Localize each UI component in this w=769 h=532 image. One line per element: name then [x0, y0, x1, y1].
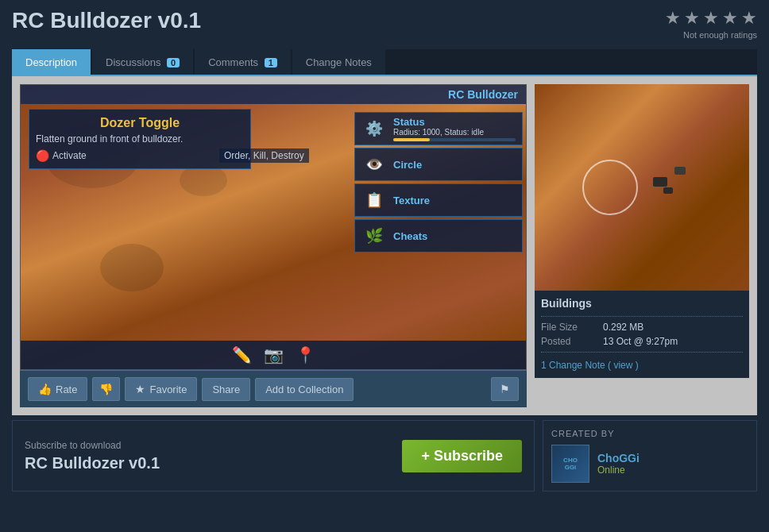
info-divider-2 [541, 352, 743, 353]
tab-comments[interactable]: Comments 1 [195, 49, 291, 75]
file-size-value: 0.292 MB [603, 322, 643, 333]
add-to-collection-button[interactable]: Add to Collection [255, 378, 354, 401]
texture-title: Texture [393, 195, 516, 206]
vehicle-dot-3 [663, 187, 673, 194]
favorite-button[interactable]: ★ Favorite [125, 377, 197, 401]
hud-status-module: ⚙️ Status Radius: 1000, Status: idle [354, 112, 523, 145]
star-2: ★ [684, 8, 700, 29]
hud-bottom-icons: ✏️ 📷 📍 [21, 341, 526, 369]
hud-location-icon[interactable]: 📍 [296, 345, 315, 364]
right-sidebar: Buildings File Size 0.292 MB Posted 13 O… [535, 84, 749, 378]
share-label: Share [212, 384, 240, 395]
dozer-panel: Dozer Toggle Flatten ground in front of … [29, 109, 251, 169]
activate-label: Activate [52, 150, 87, 161]
activate-button-area: 🔴 Activate [36, 149, 244, 162]
created-by-label: CREATED BY [551, 429, 748, 438]
hud-edit-icon[interactable]: ✏️ [232, 345, 252, 364]
thumbdown-icon: 👎 [99, 383, 113, 395]
subscribe-button[interactable]: + Subscribe [402, 440, 522, 472]
created-by-card: CREATED BY CHOGGi ChoGGi Online [543, 420, 757, 492]
star-3: ★ [703, 8, 719, 29]
star-1: ★ [665, 8, 681, 29]
vehicle-dot-1 [653, 177, 667, 187]
hud-right-panel: ⚙️ Status Radius: 1000, Status: idle [351, 109, 526, 337]
tab-description[interactable]: Description [12, 49, 91, 75]
creator-row: CHOGGi ChoGGi Online [551, 445, 748, 483]
cheats-icon: 🌿 [361, 223, 387, 249]
add-collection-label: Add to Collection [265, 384, 343, 395]
discussions-badge: 0 [167, 58, 180, 67]
sidebar-section-title: Buildings [541, 297, 743, 310]
hud-title: RC Bulldozer [448, 88, 518, 101]
texture-content: Texture [393, 195, 516, 206]
screenshot-area: RC Bulldozer Dozer Toggle Flatten ground… [20, 84, 527, 407]
dozer-description: Flatten ground in front of bulldozer. [36, 133, 244, 145]
star-icon: ★ [135, 383, 145, 395]
comments-badge: 1 [265, 58, 277, 67]
hud-cheats-module: 🌿 Cheats [354, 219, 523, 253]
hud-topbar: RC Bulldozer [21, 85, 526, 104]
file-size-label: File Size [541, 322, 597, 333]
hud-circle-module: 👁️ Circle [354, 148, 523, 181]
change-note-row: 1 Change Note ( view ) [541, 357, 743, 372]
creator-name[interactable]: ChoGGi [597, 452, 640, 465]
flag-button[interactable]: ⚑ [491, 377, 519, 401]
subscribe-card: Subscribe to download RC Bulldozer v0.1 … [12, 420, 535, 492]
dozer-toggle-title: Dozer Toggle [36, 116, 244, 130]
subscribe-info: Subscribe to download RC Bulldozer v0.1 [25, 440, 160, 472]
info-divider-1 [541, 316, 743, 317]
hud-overlay: RC Bulldozer Dozer Toggle Flatten ground… [21, 85, 526, 369]
page-title: RC Bulldozer v0.1 [12, 8, 201, 33]
thumbup-icon: 👍 [38, 383, 52, 395]
texture-icon: 📋 [361, 187, 387, 213]
rating-text: Not enough ratings [665, 30, 757, 40]
tab-change-notes[interactable]: Change Notes [292, 49, 385, 75]
thumbdown-button[interactable]: 👎 [92, 377, 120, 401]
tabs-bar: Description Discussions 0 Comments 1 Cha… [12, 49, 757, 76]
change-note-link[interactable]: 1 Change Note ( view ) [541, 360, 639, 371]
game-screenshot[interactable]: RC Bulldozer Dozer Toggle Flatten ground… [20, 84, 527, 370]
subscribe-label: Subscribe to download [25, 440, 160, 451]
status-slider-fill [393, 138, 430, 141]
creator-avatar: CHOGGi [551, 445, 589, 483]
posted-row: Posted 13 Oct @ 9:27pm [541, 336, 743, 347]
status-slider [393, 138, 516, 141]
favorite-label: Favorite [149, 384, 187, 395]
flag-icon: ⚑ [500, 383, 510, 395]
orders-text: Order, Kill, Destroy [219, 148, 309, 163]
circle-indicator [582, 160, 638, 215]
posted-label: Posted [541, 336, 597, 347]
preview-image-container [535, 84, 749, 291]
cheats-title: Cheats [393, 230, 516, 242]
creator-info: ChoGGi Online [597, 452, 640, 476]
page-header: RC Bulldozer v0.1 ★ ★ ★ ★ ★ Not enough r… [12, 8, 757, 40]
circle-title: Circle [393, 159, 516, 171]
sidebar-info: Buildings File Size 0.292 MB Posted 13 O… [535, 291, 749, 378]
file-size-row: File Size 0.292 MB [541, 322, 743, 333]
status-content: Status Radius: 1000, Status: idle [393, 116, 516, 141]
share-button[interactable]: Share [202, 378, 250, 401]
status-title: Status [393, 116, 516, 128]
hud-texture-module: 📋 Texture [354, 183, 523, 217]
action-bar: 👍 Rate 👎 ★ Favorite Share Add to Collect… [20, 370, 527, 407]
creator-status: Online [597, 465, 640, 476]
star-4: ★ [722, 8, 738, 29]
circle-icon: 👁️ [361, 152, 387, 177]
settings-icon: ⚙️ [361, 116, 387, 141]
hud-camera-icon[interactable]: 📷 [264, 345, 284, 364]
cheats-content: Cheats [393, 230, 516, 242]
status-desc: Radius: 1000, Status: idle [393, 128, 516, 137]
preview-inner-bg [535, 84, 749, 291]
star-5: ★ [741, 8, 757, 29]
vehicle-dot-2 [674, 167, 686, 175]
posted-value: 13 Oct @ 9:27pm [603, 336, 678, 347]
rate-button[interactable]: 👍 Rate [28, 377, 87, 401]
subscribe-button-label: + Subscribe [421, 448, 503, 465]
main-content: RC Bulldozer Dozer Toggle Flatten ground… [12, 76, 757, 415]
activate-icon: 🔴 [36, 149, 49, 162]
rate-label: Rate [56, 384, 77, 395]
rating-area: ★ ★ ★ ★ ★ Not enough ratings [665, 8, 757, 40]
subscribe-title: RC Bulldozer v0.1 [25, 454, 160, 472]
tab-discussions[interactable]: Discussions 0 [92, 49, 193, 75]
bottom-section: Subscribe to download RC Bulldozer v0.1 … [12, 420, 757, 492]
